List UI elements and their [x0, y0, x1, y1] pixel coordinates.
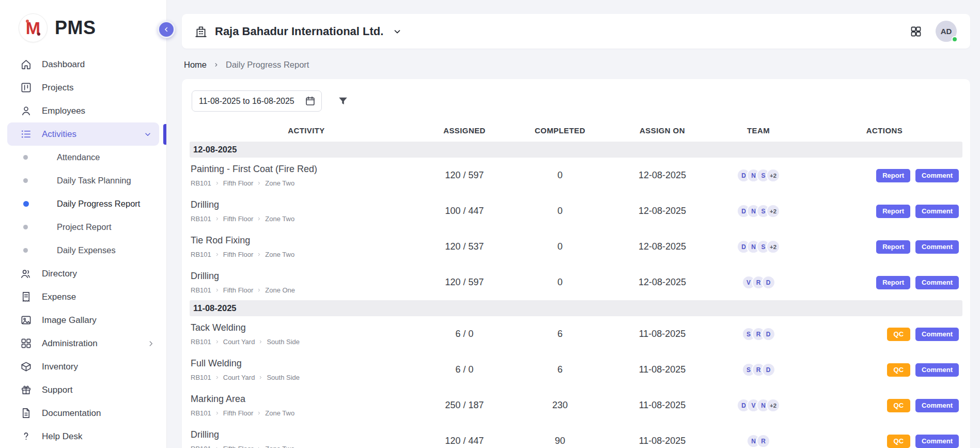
team-avatar-group[interactable]: D N S +2: [710, 168, 806, 182]
bullet-icon: [23, 155, 28, 160]
activity-location-path: RB101 Fifth Floor Zone Two: [191, 409, 423, 417]
date-group-header: 12-08-2025: [190, 142, 962, 158]
team-avatar-group[interactable]: D V N +2: [710, 398, 806, 412]
sidebar-item-expense[interactable]: Expense: [0, 285, 166, 308]
comment-button[interactable]: Comment: [915, 276, 959, 289]
comment-button[interactable]: Comment: [915, 240, 959, 254]
sidebar-item-daily-progress-report[interactable]: Daily Progress Report: [0, 192, 166, 215]
team-avatar-group[interactable]: S R D: [710, 327, 806, 341]
report-button[interactable]: Report: [876, 240, 910, 254]
kanban-icon: [20, 82, 32, 94]
sidebar-item-directory[interactable]: Directory: [0, 262, 166, 285]
completed-value: 230: [506, 400, 614, 411]
chevron-right-icon: [257, 217, 261, 221]
company-selector[interactable]: Raja Bahadur International Ltd.: [194, 25, 402, 38]
sidebar-item-documentation[interactable]: Documentation: [0, 401, 166, 425]
comment-button[interactable]: Comment: [915, 399, 959, 412]
breadcrumb-home[interactable]: Home: [184, 60, 207, 70]
sidebar-item-support[interactable]: Support: [0, 378, 166, 401]
breadcrumb: Home Daily Progress Report: [184, 59, 968, 70]
path-floor: Fifth Floor: [223, 215, 254, 223]
sidebar-subitem-label: Project Report: [57, 222, 111, 232]
comment-button[interactable]: Comment: [915, 205, 959, 218]
report-button[interactable]: Report: [876, 205, 910, 218]
comment-button[interactable]: Comment: [915, 363, 959, 377]
team-avatar-group[interactable]: D N S +2: [710, 204, 806, 218]
assign-on-date: 11-08-2025: [614, 329, 710, 339]
activity-location-path: RB101 Fifth Floor Zone Two: [191, 179, 423, 187]
sidebar-item-label: Expense: [42, 292, 76, 302]
chevron-right-icon: [215, 411, 220, 415]
bullet-icon: [23, 178, 28, 183]
report-button[interactable]: Report: [876, 276, 910, 289]
path-floor: Court Yard: [223, 374, 255, 381]
comment-button[interactable]: Comment: [915, 435, 959, 448]
receipt-icon: [20, 291, 32, 303]
topbar-right: AD: [910, 21, 957, 42]
qc-button[interactable]: QC: [887, 363, 911, 377]
sidebar-item-dashboard[interactable]: Dashboard: [0, 53, 166, 76]
chevron-down-icon: [393, 27, 402, 36]
report-button[interactable]: Report: [876, 169, 910, 182]
table-row: Drilling RB101 Fifth Floor Zone Two 120 …: [190, 423, 962, 448]
chevron-right-icon: [215, 339, 220, 344]
chevron-right-icon: [215, 375, 220, 380]
qc-button[interactable]: QC: [887, 328, 911, 341]
path-zone: Zone Two: [265, 251, 294, 258]
filter-icon[interactable]: [337, 96, 349, 107]
avatar[interactable]: AD: [936, 21, 957, 42]
sidebar-item-label: Image Gallary: [42, 315, 97, 326]
chevron-right-icon: [257, 411, 261, 415]
completed-value: 6: [506, 364, 614, 375]
team-avatar-group[interactable]: D N S +2: [710, 240, 806, 254]
team-avatar: D: [761, 327, 775, 341]
completed-value: 6: [506, 329, 614, 339]
column-header-activity: ACTIVITY: [190, 126, 423, 135]
sidebar-item-attendance[interactable]: Attendance: [0, 146, 166, 169]
sidebar-subitem-label: Attendance: [57, 152, 100, 162]
assign-on-date: 11-08-2025: [614, 364, 710, 375]
table-row: Drilling RB101 Fifth Floor Zone One 120 …: [190, 265, 962, 300]
row-actions: Report Comment: [806, 240, 962, 254]
team-avatar-group[interactable]: V R D: [710, 275, 806, 289]
date-range-value: 11-08-2025 to 16-08-2025: [199, 97, 294, 106]
path-project: RB101: [191, 215, 211, 223]
sidebar-item-project-report[interactable]: Project Report: [0, 215, 166, 239]
column-header-assign-on: ASSIGN ON: [614, 126, 710, 135]
team-avatar: R: [756, 434, 770, 448]
path-project: RB101: [191, 445, 211, 448]
path-zone: Zone Two: [265, 445, 294, 448]
sidebar-item-projects[interactable]: Projects: [0, 76, 166, 99]
comment-button[interactable]: Comment: [915, 328, 959, 341]
file-icon: [20, 407, 32, 419]
sidebar-item-help-desk[interactable]: Help Desk: [0, 425, 166, 448]
chevron-right-icon: [258, 339, 263, 344]
sidebar-item-image-gallary[interactable]: Image Gallary: [0, 308, 166, 332]
sidebar-item-employees[interactable]: Employees: [0, 99, 166, 122]
row-actions: QC Comment: [806, 399, 962, 412]
qc-button[interactable]: QC: [887, 435, 911, 448]
person-icon: [20, 105, 32, 117]
team-avatar-group[interactable]: N R: [710, 434, 806, 448]
sidebar-item-administration[interactable]: Administration: [0, 332, 166, 355]
path-project: RB101: [191, 251, 211, 258]
team-avatar-group[interactable]: S R D: [710, 363, 806, 377]
sidebar-collapse-button[interactable]: [158, 21, 175, 38]
comment-button[interactable]: Comment: [915, 169, 959, 182]
sidebar-item-inventory[interactable]: Inventory: [0, 355, 166, 378]
date-group-header: 11-08-2025: [190, 300, 962, 316]
sidebar-item-label: Inventory: [42, 362, 78, 372]
completed-value: 90: [506, 436, 614, 446]
table-row: Drilling RB101 Fifth Floor Zone Two 100 …: [190, 193, 962, 229]
completed-value: 0: [506, 241, 614, 252]
assigned-value: 6 / 0: [423, 329, 506, 339]
qc-button[interactable]: QC: [887, 399, 911, 412]
sidebar-item-daily-expenses[interactable]: Daily Expenses: [0, 239, 166, 262]
date-range-input[interactable]: 11-08-2025 to 16-08-2025: [192, 90, 322, 112]
chevron-right-icon: [213, 62, 219, 68]
sidebar-item-daily-task-planning[interactable]: Daily Task Planning: [0, 169, 166, 192]
assigned-value: 6 / 0: [423, 364, 506, 375]
logo[interactable]: M PMS: [0, 0, 166, 48]
apps-grid-icon[interactable]: [910, 25, 922, 38]
sidebar-item-activities[interactable]: Activities: [7, 122, 159, 146]
